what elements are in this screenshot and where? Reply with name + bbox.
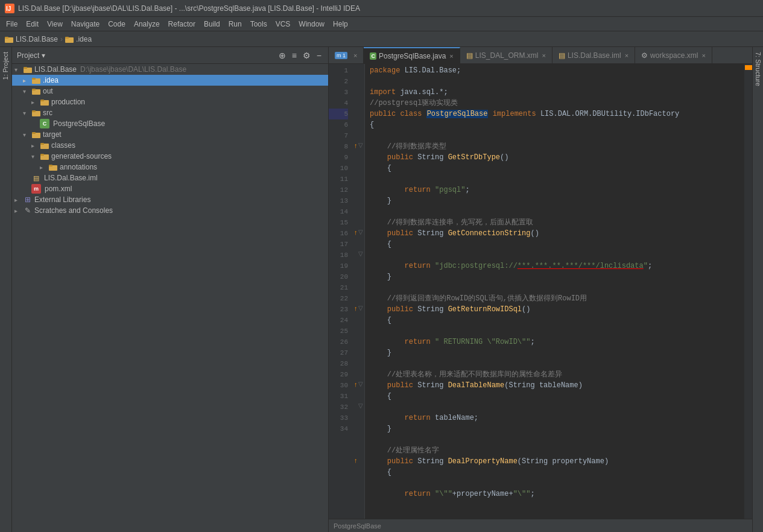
- tab-workspace-close[interactable]: ×: [701, 52, 705, 59]
- line-num-4: 4: [329, 98, 348, 109]
- tree-external-libs-label: External Libraries: [34, 195, 90, 204]
- tree-scratches[interactable]: ▸ ✎ Scratches and Consoles: [12, 205, 328, 216]
- tree-scratches-label: Scratches and Consoles: [34, 206, 113, 215]
- menu-window[interactable]: Window: [295, 19, 328, 30]
- gutter-fold-30[interactable]: ▽: [358, 379, 363, 390]
- tree-idea-arrow[interactable]: ▸: [23, 77, 31, 84]
- breadcrumb-project[interactable]: LIS.Dal.Base: [16, 35, 58, 43]
- menu-refactor[interactable]: Refactor: [165, 19, 199, 30]
- menu-run[interactable]: Run: [225, 19, 245, 30]
- menu-code[interactable]: Code: [104, 19, 129, 30]
- line-num-12: 12: [329, 185, 348, 195]
- tree-production[interactable]: ▸ production: [12, 97, 328, 107]
- line-num-10: 10: [329, 163, 348, 174]
- svg-rect-13: [40, 100, 44, 101]
- menu-tools[interactable]: Tools: [247, 19, 271, 30]
- tree-out[interactable]: ▾ out: [12, 86, 328, 97]
- java-file-icon: C: [40, 119, 49, 128]
- editor-right-gutter: [744, 64, 752, 519]
- tree-iml[interactable]: ▤ LIS.Dal.Base.iml: [12, 173, 328, 183]
- code-editor[interactable]: 1 2 3 4 5 6 7 8 9 10 11 12 13 14 15 16 1…: [329, 64, 752, 519]
- tree-pom[interactable]: m pom.xml: [12, 183, 328, 194]
- gutter-fold-8[interactable]: ▽: [358, 140, 363, 151]
- gutter-fold-32[interactable]: ▽: [358, 401, 363, 411]
- gutter-fold-16[interactable]: ▽: [358, 227, 363, 238]
- editor-breadcrumb-text: PostgreSqlBase: [334, 522, 381, 530]
- svg-rect-5: [65, 37, 69, 39]
- breadcrumb-idea[interactable]: .idea: [76, 35, 92, 43]
- tab-iml[interactable]: ▤ LIS.Dal.Base.iml ×: [552, 47, 635, 63]
- line-num-1: 1: [329, 65, 348, 76]
- gutter-fold-23[interactable]: ▽: [358, 303, 363, 314]
- menu-view[interactable]: View: [43, 19, 66, 30]
- scroll-from-source-button[interactable]: ⊕: [277, 50, 288, 61]
- editor-gutter: ↑ ▽ ↑ ▽ ▽ ↑ ▽ ↑ ▽ ▽ ↑: [353, 64, 365, 519]
- line-num-13: 13: [329, 195, 348, 206]
- tab-lis-dal-orm-close[interactable]: ×: [542, 52, 546, 59]
- tree-root-path: D:\jbase\jbase\DAL\LIS.Dal.Base: [80, 65, 186, 74]
- tab-iml-close[interactable]: ×: [625, 52, 628, 59]
- tree-generated-sources[interactable]: ▾ generated-sources: [12, 151, 328, 162]
- window-title: LIS.Dal.Base [D:\jbase\jbase\DAL\LIS.Dal…: [18, 4, 360, 13]
- right-sidebar-strip: 7: Structure: [752, 47, 763, 532]
- tree-target[interactable]: ▾ target: [12, 129, 328, 140]
- tree-external-libs-arrow[interactable]: ▸: [14, 197, 23, 203]
- tab-workspace[interactable]: ⚙ workspace.xml ×: [635, 47, 712, 63]
- tab-postgresqlbase[interactable]: C PostgreSqlBase.java ×: [364, 47, 460, 63]
- annotations-folder-icon: [48, 162, 58, 172]
- tree-src[interactable]: ▾ src: [12, 107, 328, 118]
- menu-analyze[interactable]: Analyze: [130, 19, 163, 30]
- menu-edit[interactable]: Edit: [22, 19, 42, 30]
- tree-src-arrow[interactable]: ▾: [23, 110, 31, 116]
- menu-build[interactable]: Build: [200, 19, 224, 30]
- tree-root[interactable]: ▾ LIS.Dal.Base D:\jbase\jbase\DAL\LIS.Da…: [12, 64, 328, 75]
- tab-merge-close[interactable]: ×: [353, 52, 357, 59]
- project-tree[interactable]: ▾ LIS.Dal.Base D:\jbase\jbase\DAL\LIS.Da…: [12, 64, 328, 532]
- gutter-fold-18[interactable]: ▽: [358, 249, 363, 259]
- tree-annotations-arrow[interactable]: ▸: [40, 164, 48, 171]
- project-side-tab[interactable]: 1: Project: [0, 47, 11, 84]
- menu-vcs[interactable]: VCS: [272, 19, 294, 30]
- tree-target-arrow[interactable]: ▾: [23, 131, 31, 138]
- tree-classes[interactable]: ▸ classes: [12, 140, 328, 151]
- tree-annotations[interactable]: ▸ annotations: [12, 162, 328, 173]
- line-num-30: 30: [329, 380, 348, 391]
- tree-out-arrow[interactable]: ▾: [23, 88, 31, 95]
- collapse-all-button[interactable]: ≡: [290, 50, 299, 61]
- tree-src-label: src: [43, 109, 52, 117]
- line-num-18: 18: [329, 250, 348, 261]
- tab-lis-dal-orm-label: LIS_DAL_ORM.xml: [475, 51, 539, 60]
- tree-production-label: production: [51, 98, 85, 106]
- editor-breadcrumb: PostgreSqlBase: [329, 519, 752, 532]
- line-num-11: 11: [329, 174, 348, 185]
- editor-area: m 1 × C PostgreSqlBase.java × ▤ LIS_DAL_…: [329, 47, 752, 532]
- code-content[interactable]: package LIS.Dal.Base; import java.sql.*;…: [365, 64, 744, 519]
- menu-help[interactable]: Help: [329, 19, 352, 30]
- tree-scratches-arrow[interactable]: ▸: [14, 207, 23, 214]
- structure-side-tab[interactable]: 7: Structure: [753, 47, 763, 91]
- java-tab-icon: C: [370, 52, 376, 60]
- tab-lis-dal-orm[interactable]: ▤ LIS_DAL_ORM.xml ×: [460, 47, 552, 63]
- tree-classes-arrow[interactable]: ▸: [31, 142, 40, 149]
- tree-postgresqlbase[interactable]: C PostgreSqlBase: [12, 118, 328, 129]
- tree-generated-sources-arrow[interactable]: ▾: [31, 153, 40, 160]
- tab-postgresqlbase-close[interactable]: ×: [449, 52, 453, 60]
- tree-production-arrow[interactable]: ▸: [31, 99, 40, 106]
- project-panel-header: Project ▾ ⊕ ≡ ⚙ −: [12, 47, 328, 64]
- iml-tab-icon: ▤: [559, 51, 565, 60]
- line-num-24: 24: [329, 315, 348, 326]
- project-dropdown[interactable]: Project ▾: [17, 51, 45, 60]
- settings-button[interactable]: ⚙: [301, 50, 312, 61]
- tree-postgresqlbase-label: PostgreSqlBase: [53, 119, 105, 128]
- menu-file[interactable]: File: [2, 19, 21, 30]
- tree-idea[interactable]: ▸ .idea: [12, 75, 328, 86]
- close-project-panel-button[interactable]: −: [315, 50, 323, 61]
- folder-icon: [5, 35, 13, 43]
- tree-root-arrow[interactable]: ▾: [14, 66, 23, 73]
- tree-external-libs[interactable]: ▸ ⊞ External Libraries: [12, 194, 328, 205]
- svg-text:IJ: IJ: [6, 5, 11, 12]
- tree-idea-label: .idea: [43, 76, 59, 84]
- tab-merge[interactable]: m 1 ×: [329, 47, 364, 63]
- svg-rect-9: [32, 78, 36, 80]
- menu-navigate[interactable]: Navigate: [68, 19, 103, 30]
